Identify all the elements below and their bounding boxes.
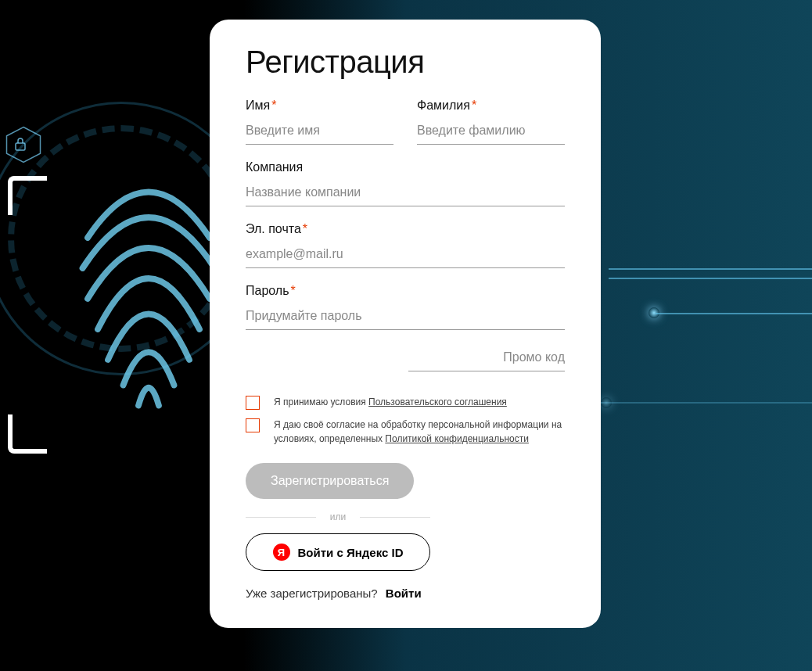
page-title: Регистрация — [246, 45, 565, 80]
first-name-label: Имя* — [246, 99, 393, 113]
lock-icon — [14, 137, 27, 155]
first-name-field: Имя* — [246, 99, 393, 145]
login-prompt: Уже зарегистрированы? Войти — [246, 587, 565, 600]
divider-line-left — [246, 517, 316, 518]
bg-circuit-line — [609, 278, 812, 279]
privacy-label: Я даю своё согласие на обработку персона… — [274, 418, 565, 446]
company-input[interactable] — [246, 181, 565, 206]
password-label-text: Пароль — [246, 284, 289, 297]
divider: или — [246, 511, 430, 522]
yandex-icon: Я — [273, 544, 290, 561]
required-asterisk: * — [472, 99, 476, 112]
promo-field — [246, 346, 565, 371]
first-name-input[interactable] — [246, 119, 393, 145]
email-field: Эл. почта* — [246, 222, 565, 268]
required-asterisk: * — [291, 284, 296, 297]
bg-circuit-node — [649, 307, 659, 318]
register-button[interactable]: Зарегистрироваться — [246, 463, 414, 499]
email-label-text: Эл. почта — [246, 222, 301, 235]
registration-card: Регистрация Имя* Фамилия* Компания Эл. п… — [210, 20, 601, 628]
bg-hexagon — [4, 125, 43, 164]
bg-circuit-node — [601, 397, 612, 408]
company-label: Компания — [246, 160, 565, 174]
privacy-link[interactable]: Политикой конфиденциальности — [385, 433, 529, 444]
promo-input[interactable] — [408, 346, 565, 371]
privacy-checkbox[interactable] — [246, 418, 260, 432]
password-label: Пароль* — [246, 284, 565, 298]
bg-circuit-line — [609, 268, 812, 270]
last-name-label-text: Фамилия — [417, 99, 470, 112]
divider-line-right — [360, 517, 430, 518]
email-input[interactable] — [246, 242, 565, 268]
password-input[interactable] — [246, 304, 565, 330]
last-name-label: Фамилия* — [417, 99, 565, 113]
terms-checkbox[interactable] — [246, 396, 260, 410]
bg-circuit-line — [601, 402, 812, 404]
bg-circle-dashed — [8, 125, 235, 352]
bg-scan-bracket-tl — [8, 176, 47, 215]
last-name-field: Фамилия* — [417, 99, 565, 145]
divider-text: или — [330, 511, 346, 522]
required-asterisk: * — [271, 99, 276, 112]
terms-link[interactable]: Пользовательского соглашения — [368, 396, 507, 407]
password-field: Пароль* — [246, 284, 565, 330]
login-link[interactable]: Войти — [386, 587, 422, 600]
bg-scan-bracket-bl — [8, 414, 47, 454]
terms-consent-row: Я принимаю условия Пользовательского сог… — [246, 395, 565, 410]
required-asterisk: * — [303, 222, 307, 235]
last-name-input[interactable] — [417, 119, 565, 145]
terms-prefix: Я принимаю условия — [274, 396, 368, 407]
login-prompt-text: Уже зарегистрированы? — [246, 587, 378, 600]
svg-marker-0 — [7, 127, 41, 163]
privacy-consent-row: Я даю своё согласие на обработку персона… — [246, 418, 565, 446]
first-name-label-text: Имя — [246, 99, 270, 112]
bg-circuit-line — [656, 313, 812, 314]
terms-label: Я принимаю условия Пользовательского сог… — [274, 395, 507, 409]
yandex-button-label: Войти с Яндекс ID — [298, 546, 404, 559]
company-field: Компания — [246, 160, 565, 206]
svg-rect-1 — [16, 143, 25, 150]
email-label: Эл. почта* — [246, 222, 565, 236]
yandex-login-button[interactable]: Я Войти с Яндекс ID — [246, 533, 430, 571]
